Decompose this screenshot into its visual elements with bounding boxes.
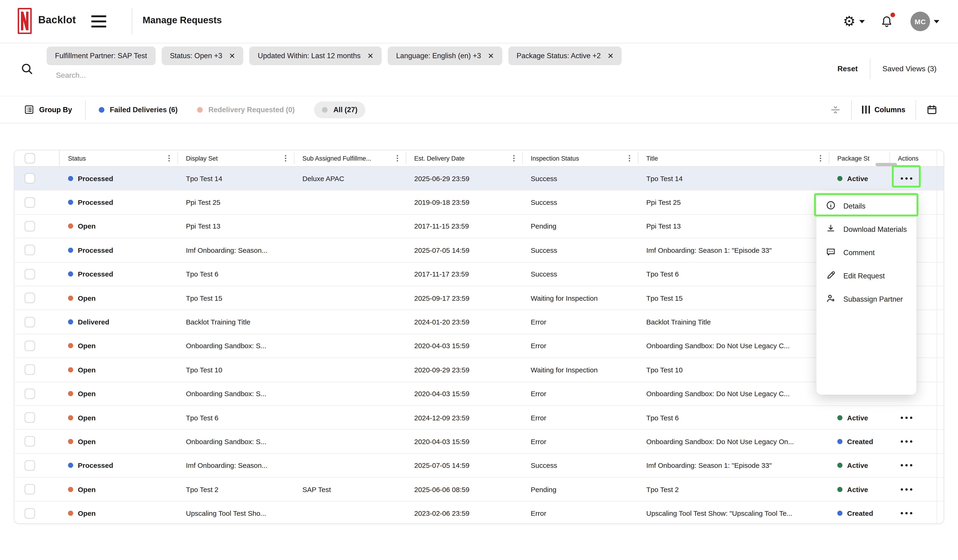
title-cell: Tpo Test 2 — [638, 478, 829, 501]
row-checkbox[interactable] — [25, 245, 35, 255]
table-row[interactable]: OpenTpo Test 152025-09-17 23:59Waiting f… — [14, 286, 944, 310]
hamburger-menu-icon[interactable] — [91, 15, 106, 27]
table-row[interactable]: ProcessedImf Onboarding: Season...2025-0… — [14, 453, 944, 477]
scrollbar-thumb[interactable] — [876, 163, 897, 166]
row-checkbox[interactable] — [25, 460, 35, 471]
row-checkbox[interactable] — [25, 388, 35, 399]
title-cell-text: Tpo Test 10 — [646, 366, 683, 374]
display-set-cell: Upscaling Tool Test Sho... — [178, 501, 294, 524]
est-delivery-cell-text: 2019-09-18 23:59 — [414, 198, 469, 206]
row-actions-button[interactable] — [896, 410, 917, 425]
actions-cell — [890, 454, 944, 477]
table-row[interactable]: ProcessedImf Onboarding: Season...2025-0… — [14, 238, 944, 262]
table-row[interactable]: OpenTpo Test 102020-09-29 23:59Waiting f… — [14, 358, 944, 381]
column-menu-icon[interactable]: ⋮ — [165, 155, 173, 162]
row-checkbox[interactable] — [25, 269, 35, 279]
row-checkbox[interactable] — [25, 341, 35, 351]
title-cell: Tpo Test 14 — [638, 167, 829, 190]
row-checkbox[interactable] — [25, 437, 35, 447]
column-menu-icon[interactable]: ⋮ — [817, 155, 824, 162]
row-actions-button[interactable] — [896, 506, 917, 520]
table-row[interactable]: OpenOnboarding Sandbox: S...2020-04-03 1… — [14, 429, 944, 453]
select-all-checkbox[interactable] — [25, 153, 35, 163]
notifications-button[interactable] — [880, 14, 894, 28]
account-button[interactable]: MC — [910, 12, 939, 31]
saved-views-button[interactable]: Saved Views (3) — [882, 65, 937, 73]
table-row[interactable]: OpenOnboarding Sandbox: S...2020-04-03 1… — [14, 334, 944, 358]
column-menu-icon[interactable]: ⋮ — [510, 155, 518, 162]
row-checkbox[interactable] — [25, 413, 35, 423]
row-checkbox[interactable] — [25, 197, 35, 207]
filter-chip[interactable]: Language: English (en) +3× — [388, 47, 502, 65]
est-delivery-cell: 2023-02-06 23:59 — [406, 501, 522, 524]
row-actions-button[interactable] — [896, 458, 917, 473]
filter-chip[interactable]: Updated Within: Last 12 months× — [249, 47, 382, 65]
table-row[interactable]: ProcessedTpo Test 14Deluxe APAC2025-06-2… — [14, 167, 944, 190]
sub-assigned-cell — [294, 430, 406, 453]
est-delivery-cell: 2017-11-15 23:59 — [406, 215, 522, 238]
row-checkbox-cell — [14, 430, 60, 453]
table-row[interactable]: OpenPpi Test 132017-11-15 23:59PendingPp… — [14, 214, 944, 238]
group-by-button[interactable]: Group By — [24, 105, 72, 114]
calendar-button[interactable] — [926, 104, 937, 115]
title-cell: Imf Onboarding: Season 1: "Episode 33" — [638, 454, 829, 477]
filter-chip[interactable]: Fulfillment Partner: SAP Test — [47, 47, 155, 65]
row-checkbox[interactable] — [25, 221, 35, 231]
menu-item-edit-request[interactable]: Edit Request — [816, 264, 917, 288]
status-dot — [197, 107, 203, 112]
column-header-label: Sub Assigned Fulfillme... — [302, 155, 371, 162]
row-checkbox[interactable] — [25, 365, 35, 375]
divider — [522, 152, 523, 165]
grouping-tab[interactable]: All (27) — [314, 101, 365, 118]
close-icon[interactable]: × — [607, 51, 614, 60]
inspection-status-cell-text: Pending — [531, 486, 556, 494]
title-cell-text: Backlot Training Title — [646, 318, 711, 326]
reset-filters-button[interactable]: Reset — [837, 65, 858, 73]
columns-button[interactable]: Columns — [862, 106, 905, 114]
row-checkbox-cell — [14, 478, 60, 501]
menu-item-subassign-partner[interactable]: Subassign Partner — [816, 288, 917, 311]
table-row[interactable]: ProcessedTpo Test 62017-11-17 23:59Succe… — [14, 262, 944, 286]
row-actions-button[interactable] — [896, 171, 917, 186]
settings-button[interactable]: ⚙ — [843, 14, 865, 28]
menu-item-comment[interactable]: Comment — [816, 241, 917, 264]
menu-item-download-materials[interactable]: Download Materials — [816, 218, 917, 241]
status-cell: Processed — [60, 454, 178, 477]
row-checkbox[interactable] — [25, 317, 35, 327]
display-set-cell-text: Tpo Test 6 — [186, 270, 219, 278]
filter-chip[interactable]: Package Status: Active +2× — [508, 47, 622, 65]
grouping-tab[interactable]: Redelivery Requested (0) — [197, 106, 295, 114]
columns-icon — [862, 106, 870, 114]
search-icon[interactable] — [21, 62, 33, 75]
close-icon[interactable]: × — [488, 51, 494, 60]
row-checkbox[interactable] — [25, 293, 35, 303]
column-menu-icon[interactable]: ⋮ — [394, 155, 401, 162]
search-input[interactable] — [55, 71, 318, 80]
row-checkbox-cell — [14, 358, 60, 381]
header-divider — [132, 8, 132, 35]
filter-chip[interactable]: Status: Open +3× — [162, 47, 243, 65]
brand-name: Backlot — [38, 14, 76, 26]
row-checkbox-cell — [14, 238, 60, 262]
close-icon[interactable]: × — [368, 51, 373, 60]
row-actions-button[interactable] — [896, 434, 917, 449]
row-checkbox[interactable] — [25, 508, 35, 518]
row-density-button[interactable] — [830, 104, 841, 115]
column-menu-icon[interactable]: ⋮ — [626, 155, 633, 162]
pencil-icon — [826, 270, 836, 282]
row-checkbox[interactable] — [25, 173, 35, 184]
table-row[interactable]: OpenTpo Test 2SAP Test2025-06-06 08:59Pe… — [14, 477, 944, 501]
netflix-logo-icon[interactable] — [18, 8, 32, 34]
menu-item-details[interactable]: Details — [816, 195, 917, 218]
table-row[interactable]: OpenTpo Test 62024-12-09 23:59ErrorTpo T… — [14, 405, 944, 429]
table-row[interactable]: OpenOnboarding Sandbox: S...2020-04-03 1… — [14, 381, 944, 405]
table-row[interactable]: DeliveredBacklot Training Title2024-01-2… — [14, 310, 944, 334]
column-menu-icon[interactable]: ⋮ — [282, 155, 289, 162]
grouping-tab[interactable]: Failed Deliveries (6) — [98, 106, 178, 114]
row-actions-button[interactable] — [896, 482, 917, 497]
close-icon[interactable]: × — [229, 51, 235, 60]
inspection-status-cell: Error — [522, 382, 638, 405]
table-row[interactable]: ProcessedPpi Test 252019-09-18 23:59Succ… — [14, 190, 944, 214]
table-row[interactable]: OpenUpscaling Tool Test Sho...2023-02-06… — [14, 501, 944, 524]
row-checkbox[interactable] — [25, 484, 35, 495]
